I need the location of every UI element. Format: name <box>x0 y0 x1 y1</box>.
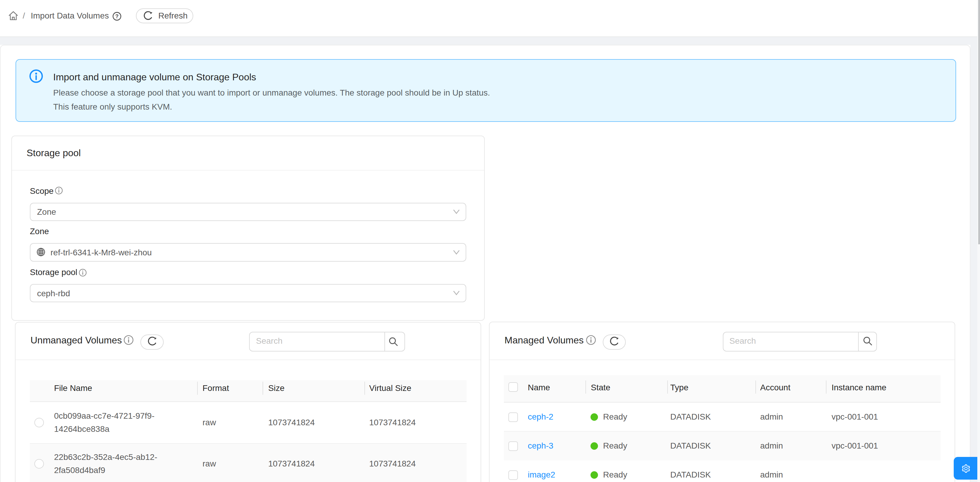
svg-text:?: ? <box>115 13 119 19</box>
